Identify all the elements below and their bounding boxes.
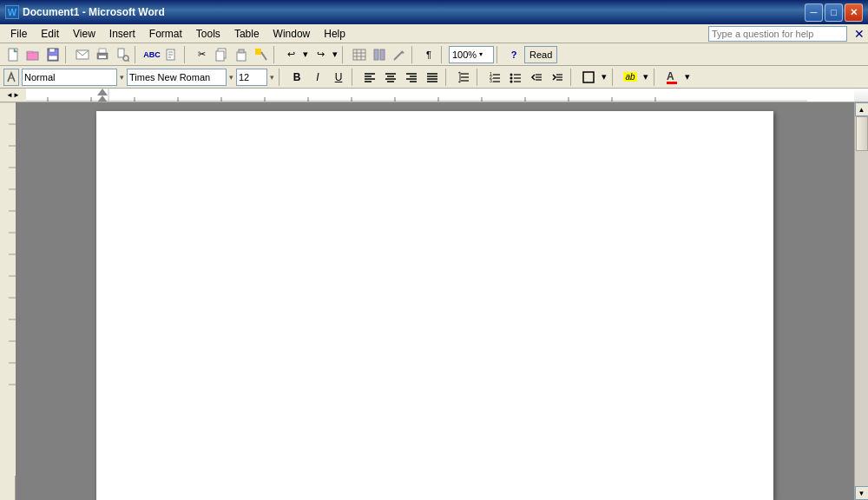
- copy-button[interactable]: [212, 45, 231, 64]
- scroll-track[interactable]: [855, 116, 868, 486]
- menu-file[interactable]: File: [3, 25, 34, 43]
- app-icon: W: [5, 5, 19, 19]
- align-left-button[interactable]: [360, 68, 379, 87]
- email-button[interactable]: [73, 45, 92, 64]
- close-button[interactable]: ✕: [845, 3, 863, 22]
- read-button[interactable]: Read: [524, 46, 557, 63]
- toolbar-separator-8: [496, 46, 502, 63]
- highlight-dropdown-button[interactable]: ▾: [641, 68, 650, 87]
- align-right-button[interactable]: [402, 68, 421, 87]
- print-preview-button[interactable]: [113, 45, 132, 64]
- svg-rect-5: [49, 56, 57, 60]
- svg-marker-89: [97, 89, 108, 95]
- spell-check-button[interactable]: ABC: [142, 45, 161, 64]
- svg-rect-23: [353, 49, 365, 60]
- bold-button[interactable]: B: [287, 68, 306, 87]
- italic-button[interactable]: I: [308, 68, 327, 87]
- menu-window[interactable]: Window: [266, 25, 318, 43]
- svg-rect-2: [27, 51, 33, 53]
- decrease-indent-button[interactable]: [527, 68, 546, 87]
- svg-rect-70: [583, 72, 594, 82]
- read-label: Read: [529, 49, 552, 60]
- svg-line-12: [128, 60, 129, 62]
- svg-text:3.: 3.: [490, 78, 493, 83]
- svg-line-30: [394, 51, 403, 60]
- minimize-button[interactable]: ─: [805, 3, 823, 22]
- fmt-sep-7: [654, 69, 659, 86]
- drawing-toolbar-button[interactable]: [390, 45, 409, 64]
- svg-marker-90: [97, 95, 108, 102]
- new-button[interactable]: [3, 45, 23, 64]
- help-close-button[interactable]: ✕: [854, 27, 865, 41]
- columns-button[interactable]: [370, 45, 389, 64]
- svg-rect-10: [118, 49, 124, 57]
- menu-format[interactable]: Format: [142, 25, 189, 43]
- scroll-up-button[interactable]: ▲: [855, 102, 869, 116]
- menu-bar: File Edit View Insert Format Tools Table…: [0, 24, 868, 43]
- scroll-down-button[interactable]: ▼: [855, 486, 869, 500]
- open-button[interactable]: [23, 45, 43, 64]
- window-controls: ─ □ ✕: [805, 3, 863, 22]
- svg-point-62: [510, 80, 513, 82]
- svg-rect-1: [27, 52, 38, 60]
- font-color-dropdown-button[interactable]: ▾: [683, 68, 692, 87]
- ruler-body[interactable]: [26, 89, 854, 102]
- menu-view[interactable]: View: [66, 25, 102, 43]
- borders-button[interactable]: [579, 68, 598, 87]
- redo-button[interactable]: ↪: [311, 45, 330, 64]
- font-select[interactable]: Times New Roman Arial Calibri: [127, 69, 227, 86]
- increase-indent-button[interactable]: [548, 68, 567, 87]
- svg-rect-0: [9, 49, 17, 61]
- highlight-button[interactable]: ab: [621, 68, 640, 87]
- borders-dropdown-button[interactable]: ▾: [600, 68, 608, 87]
- maximize-button[interactable]: □: [825, 3, 843, 22]
- help-area: ✕: [708, 26, 865, 42]
- vertical-scrollbar[interactable]: ▲ ▼: [854, 102, 868, 500]
- svg-rect-21: [255, 49, 261, 55]
- align-center-button[interactable]: [381, 68, 400, 87]
- menu-edit[interactable]: Edit: [34, 25, 66, 43]
- svg-rect-29: [380, 49, 385, 60]
- line-spacing-button[interactable]: [454, 68, 473, 87]
- fmt-sep-4: [477, 69, 482, 86]
- menu-tools[interactable]: Tools: [189, 25, 227, 43]
- show-hide-button[interactable]: ¶: [419, 45, 438, 64]
- zoom-control[interactable]: 100% ▾: [449, 46, 494, 63]
- paste-button[interactable]: [232, 45, 251, 64]
- help-search-input[interactable]: [708, 26, 847, 42]
- svg-rect-4: [49, 49, 55, 52]
- menu-insert[interactable]: Insert: [102, 25, 142, 43]
- underline-button[interactable]: U: [329, 68, 348, 87]
- print-button[interactable]: [93, 45, 112, 64]
- cut-button[interactable]: ✂: [192, 45, 211, 64]
- svg-rect-91: [0, 102, 16, 476]
- research-button[interactable]: [162, 45, 181, 64]
- font-color-button[interactable]: A: [662, 68, 681, 87]
- redo-dropdown-button[interactable]: ▾: [331, 45, 339, 64]
- scroll-thumb[interactable]: [856, 116, 868, 151]
- toolbar-separator-5: [342, 46, 347, 63]
- paragraph-style-select[interactable]: Normal Heading 1 Heading 2: [22, 69, 117, 86]
- document-page[interactable]: [96, 111, 773, 500]
- insert-table-button[interactable]: [350, 45, 369, 64]
- undo-button[interactable]: ↩: [281, 45, 300, 64]
- save-button[interactable]: [43, 45, 62, 64]
- help-button[interactable]: ?: [504, 45, 523, 64]
- toolbar-separator-4: [273, 46, 279, 63]
- svg-rect-72: [667, 82, 677, 84]
- menu-table[interactable]: Table: [227, 25, 266, 43]
- svg-rect-20: [239, 49, 244, 53]
- format-painter-button[interactable]: [252, 45, 271, 64]
- svg-point-60: [510, 76, 513, 79]
- toolbar-separator-7: [441, 46, 446, 63]
- svg-text:A: A: [667, 70, 674, 82]
- undo-dropdown-button[interactable]: ▾: [301, 45, 310, 64]
- numbering-button[interactable]: 1.2.3.: [485, 68, 504, 87]
- svg-point-58: [510, 73, 513, 76]
- menu-help[interactable]: Help: [317, 25, 352, 43]
- ruler-left-margin: ◄►: [0, 89, 26, 102]
- window-title: Document1 - Microsoft Word: [23, 6, 805, 18]
- font-size-select[interactable]: 12 10 14 16: [236, 69, 267, 86]
- bullets-button[interactable]: [506, 68, 525, 87]
- justify-button[interactable]: [423, 68, 442, 87]
